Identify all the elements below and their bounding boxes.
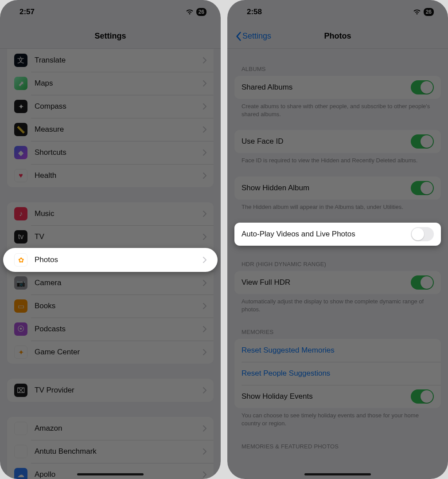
home-indicator[interactable] [304, 473, 371, 475]
row-label: Music [35, 209, 203, 218]
section-group: View Full HDR [234, 271, 441, 294]
chevron-right-icon [203, 349, 206, 355]
row-shared-albums[interactable]: Shared Albums [234, 76, 441, 99]
settings-section: HDR (HIGH DYNAMIC RANGE)View Full HDRAut… [227, 257, 448, 314]
section-footer: You can choose to see timely holiday eve… [227, 408, 448, 428]
settings-scroll[interactable]: 文Translate⬈Maps✦Compass📏Measure◆Shortcut… [0, 49, 221, 479]
status-icons: 26 [413, 8, 434, 16]
settings-section: Auto-Play Videos and Live Photos [227, 223, 448, 246]
settings-row-music[interactable]: ♪Music [7, 202, 214, 225]
settings-row-shortcuts[interactable]: ◆Shortcuts [7, 141, 214, 164]
row-label: TV [35, 232, 203, 241]
settings-row-translate[interactable]: 文Translate [7, 49, 214, 72]
chevron-right-icon [203, 57, 206, 63]
shortcuts-icon: ◆ [14, 146, 27, 159]
settings-row-compass[interactable]: ✦Compass [7, 95, 214, 118]
toggle-holiday-events[interactable] [411, 389, 434, 404]
row-label: Show Holiday Events [242, 392, 411, 401]
chevron-right-icon [203, 103, 206, 110]
settings-row-photos[interactable]: ✿Photos [3, 248, 218, 272]
settings-row-apollo[interactable]: ☁Apollo [7, 463, 214, 479]
settings-row-maps[interactable]: ⬈Maps [7, 72, 214, 95]
amazon-icon: ⌣ [14, 422, 27, 435]
row-show-hidden[interactable]: Show Hidden Album [234, 177, 441, 200]
settings-row-amazon[interactable]: ⌣Amazon [7, 417, 214, 440]
books-icon: ▭ [14, 299, 27, 313]
row-label: Reset People Suggestions [242, 369, 434, 378]
chevron-right-icon [203, 234, 206, 240]
settings-group: ⌣Amazon☻Antutu Benchmark☁Apollo [7, 417, 214, 479]
row-reset-people[interactable]: Reset People Suggestions [234, 362, 441, 385]
settings-row-podcasts[interactable]: ⦿Podcasts [7, 318, 214, 341]
row-label: Use Face ID [242, 137, 411, 146]
chevron-right-icon [203, 326, 206, 332]
row-label: Podcasts [35, 325, 203, 334]
settings-row-tvprovider[interactable]: ⌧TV Provider [7, 379, 214, 402]
toggle-shared-albums[interactable] [411, 80, 434, 94]
settings-row-tv[interactable]: tvTV [7, 225, 214, 248]
settings-section: MEMORIES & FEATURED PHOTOS [227, 440, 448, 453]
home-indicator[interactable] [77, 473, 144, 475]
toggle-view-full-hdr[interactable] [411, 275, 434, 290]
row-label: Translate [35, 56, 203, 65]
chevron-right-icon [203, 471, 206, 478]
row-holiday-events[interactable]: Show Holiday Events [234, 385, 441, 408]
section-header: MEMORIES [227, 325, 448, 339]
toggle-use-faceid[interactable] [411, 134, 434, 149]
settings-section: ALBUMSShared AlbumsCreate albums to shar… [227, 62, 448, 118]
settings-section: MEMORIESReset Suggested MemoriesReset Pe… [227, 325, 448, 428]
status-time: 2:57 [19, 8, 35, 16]
settings-row-antutu[interactable]: ☻Antutu Benchmark [7, 440, 214, 463]
settings-row-books[interactable]: ▭Books [7, 294, 214, 318]
row-label: Maps [35, 79, 203, 88]
chevron-right-icon [203, 149, 206, 156]
settings-row-gamecenter[interactable]: ✦Game Center [7, 341, 214, 364]
antutu-icon: ☻ [14, 445, 27, 458]
settings-group: ♪MusictvTV✿Photos📷Camera▭Books⦿Podcasts✦… [7, 202, 214, 364]
status-bar: 2:58 26 [227, 0, 448, 24]
back-button[interactable]: Settings [235, 31, 271, 41]
row-label: Auto-Play Videos and Live Photos [242, 230, 411, 239]
section-footer: Create albums to share with other people… [227, 99, 448, 118]
chevron-right-icon [203, 126, 206, 133]
settings-group: 文Translate⬈Maps✦Compass📏Measure◆Shortcut… [7, 49, 214, 187]
chevron-right-icon [203, 448, 206, 455]
phone-photos-settings: 2:58 26 Settings Photos ALBUMSShared Alb… [227, 0, 448, 479]
tvprovider-icon: ⌧ [14, 384, 27, 397]
toggle-autoplay[interactable] [411, 227, 434, 241]
back-label: Settings [242, 31, 271, 41]
phone-settings-list: 2:57 26 Settings 文Translate⬈Maps✦Compass… [0, 0, 221, 479]
row-label: Compass [35, 102, 203, 111]
row-reset-memories[interactable]: Reset Suggested Memories [234, 339, 441, 362]
settings-section: Use Face IDFace ID is required to view t… [227, 130, 448, 165]
podcasts-icon: ⦿ [14, 322, 27, 336]
chevron-right-icon [203, 387, 206, 393]
row-label: Shared Albums [242, 83, 411, 92]
chevron-right-icon [203, 303, 206, 309]
settings-row-measure[interactable]: 📏Measure [7, 118, 214, 141]
status-time: 2:58 [247, 8, 262, 16]
chevron-right-icon [203, 257, 206, 263]
translate-icon: 文 [14, 54, 27, 67]
photos-icon: ✿ [14, 253, 27, 267]
row-label: TV Provider [35, 386, 203, 395]
row-label: Amazon [35, 424, 203, 433]
camera-icon: 📷 [14, 276, 27, 290]
photos-settings-scroll[interactable]: ALBUMSShared AlbumsCreate albums to shar… [227, 49, 448, 479]
page-title: Photos [324, 31, 351, 41]
page-title: Settings [94, 31, 126, 41]
section-footer: Face ID is required to view the Hidden a… [227, 153, 448, 165]
row-use-faceid[interactable]: Use Face ID [234, 130, 441, 153]
row-autoplay[interactable]: Auto-Play Videos and Live Photos [234, 223, 441, 246]
row-label: Show Hidden Album [242, 184, 411, 192]
row-view-full-hdr[interactable]: View Full HDR [234, 271, 441, 294]
settings-row-health[interactable]: ♥Health [7, 164, 214, 187]
toggle-show-hidden[interactable] [411, 181, 434, 195]
settings-row-camera[interactable]: 📷Camera [7, 271, 214, 294]
section-group: Show Hidden Album [234, 177, 441, 200]
chevron-right-icon [203, 173, 206, 179]
status-bar: 2:57 26 [0, 0, 221, 24]
section-footer: Automatically adjust the display to show… [227, 294, 448, 314]
apollo-icon: ☁ [14, 468, 27, 479]
section-header: ALBUMS [227, 62, 448, 76]
